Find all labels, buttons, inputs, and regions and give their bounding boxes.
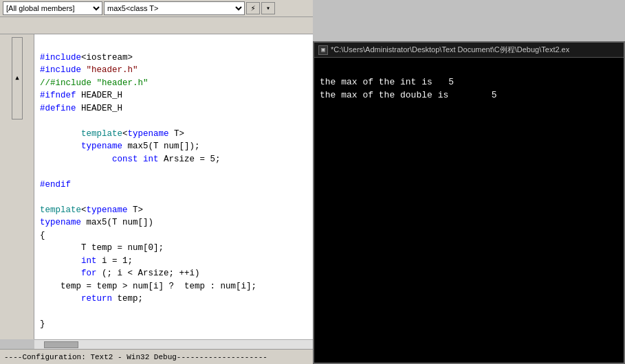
toolbar-icon1-button[interactable]: ⚡ bbox=[246, 2, 260, 14]
sidebar-toggle-button[interactable]: ▼ bbox=[12, 37, 23, 120]
status-text: ----Configuration: Text2 - Win32 Debug--… bbox=[4, 353, 267, 361]
console-line2: the max of the double is 5 bbox=[320, 90, 496, 100]
member-dropdown[interactable]: max5<class T> bbox=[104, 1, 245, 15]
console-app-icon: ▣ bbox=[318, 45, 328, 55]
toolbar-row1: [All global members] max5<class T> ⚡ ▾ bbox=[0, 0, 313, 17]
console-icon-symbol: ▣ bbox=[321, 46, 325, 54]
scroll-thumb[interactable] bbox=[44, 341, 78, 348]
console-pane: ▣ *C:\Users\Administrator\Desktop\Text D… bbox=[313, 41, 625, 364]
toolbar-row2 bbox=[0, 17, 313, 34]
global-members-dropdown[interactable]: [All global members] bbox=[3, 1, 102, 15]
console-output: the max of the int is 5 the max of the d… bbox=[314, 58, 624, 363]
horizontal-scrollbar[interactable] bbox=[34, 339, 313, 349]
status-bar: ----Configuration: Text2 - Win32 Debug--… bbox=[0, 349, 313, 364]
console-line1: the max of the int is 5 bbox=[320, 77, 454, 87]
code-editor-panel: #include<iostream> #include "header.h" /… bbox=[34, 34, 313, 347]
console-title: *C:\Users\Administrator\Desktop\Text Doc… bbox=[331, 45, 569, 55]
sidebar-label: ▼ bbox=[14, 75, 21, 82]
left-sidebar-strip: ▼ bbox=[0, 34, 34, 339]
console-titlebar: ▣ *C:\Users\Administrator\Desktop\Text D… bbox=[314, 43, 624, 58]
code-content[interactable]: #include<iostream> #include "header.h" /… bbox=[34, 34, 313, 347]
toolbar-icon2-button[interactable]: ▾ bbox=[261, 2, 275, 14]
top-toolbar: [All global members] max5<class T> ⚡ ▾ bbox=[0, 0, 313, 34]
